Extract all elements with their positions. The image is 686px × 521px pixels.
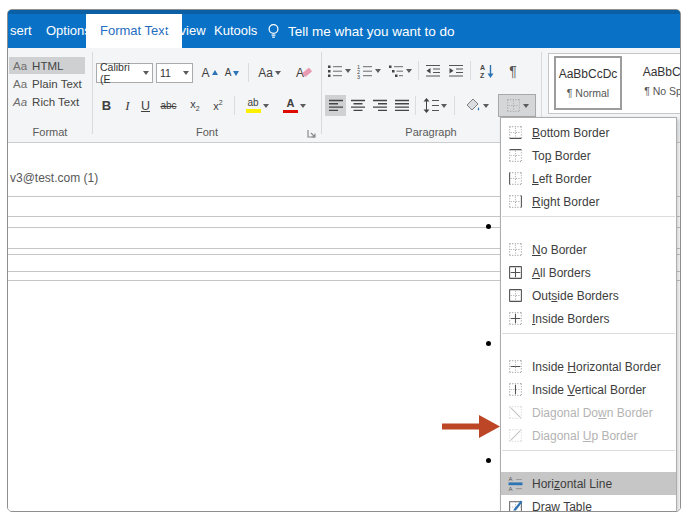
format-html-button[interactable]: Aa HTML [9,57,85,74]
menu-item-inside-vertical-border[interactable]: Inside Vertical Border [501,378,676,401]
tellme-box[interactable]: Tell me what you want to do [266,14,455,48]
style-sample: AaBbCcDc [556,67,620,81]
outlook-window: sert Options Format Text Review Kutools … [7,9,681,512]
tab-kutools[interactable]: Kutools [214,14,257,48]
menu-item-bottom-border[interactable]: Bottom Border [501,121,676,144]
line-spacing-button[interactable] [419,95,450,116]
chevron-down-icon [345,69,351,73]
align-left-button[interactable] [325,95,346,116]
underline-button[interactable]: U [137,95,154,116]
font-size-combo[interactable]: 11 [156,63,193,83]
increase-indent-button[interactable] [445,60,466,82]
group-separator [321,52,322,134]
aa-icon: Aa [13,96,27,108]
borders-button[interactable] [498,94,536,117]
format-html-label: HTML [32,60,63,72]
menu-item-diagonal-down-border[interactable]: Diagonal Down Border [501,401,676,424]
menu-item-diagonal-up-border[interactable]: Diagonal Up Border [501,424,676,447]
menu-item-all-borders[interactable]: All Borders [501,261,676,284]
menu-item-inside-borders[interactable]: Inside Borders [501,307,676,330]
chevron-down-icon [441,104,447,108]
menu-item-horizontal-line[interactable]: A A Horizontal Line [501,472,676,495]
font-dialog-launcher[interactable] [306,128,318,140]
font-name-combo[interactable]: Calibri (E [96,63,153,83]
font-color-icon: A [283,98,298,114]
sort-button[interactable]: A Z [475,60,499,82]
font-group-label: Font [96,126,318,138]
format-rich-text-button[interactable]: Aa Rich Text [9,93,85,110]
menu-item-right-border[interactable]: Right Border [501,190,676,213]
menu-item-draw-table[interactable]: Draw Table [501,495,676,512]
line-spacing-icon [423,98,439,113]
pointer-arrow [441,413,502,440]
shrink-font-button[interactable]: A [222,62,242,83]
tab-review[interactable]: Review [163,14,206,48]
menu-item-outside-borders[interactable]: Outside Borders [501,284,676,307]
svg-text:3: 3 [357,74,360,80]
aa-icon: Aa [13,78,27,90]
horizontal-line-icon: A A [508,476,523,491]
format-rich-label: Rich Text [32,96,79,108]
style-no-spacing[interactable]: AaBbCcl ¶ No Spa [626,56,681,110]
format-group-label: Format [8,126,92,138]
lightbulb-icon [266,23,281,40]
superscript-button[interactable]: x2 [208,95,228,116]
grow-font-letter: A [201,66,209,80]
menu-item-label: Right Border [532,195,599,209]
format-plain-text-button[interactable]: Aa Plain Text [9,75,85,92]
numbering-button[interactable]: 1 2 3 [355,60,383,82]
show-paragraph-marks-button[interactable]: ¶ [504,60,522,82]
down-caret-icon [233,70,239,76]
font-color-button[interactable]: A [279,95,310,116]
tellme-label: Tell me what you want to do [288,24,455,39]
tab-insert-partial[interactable]: sert [10,14,32,48]
align-left-icon [329,99,343,112]
text-highlight-button[interactable]: ab [239,95,275,116]
inside-vertical-border-icon [508,382,523,397]
menu-item-label: Horizontal Line [532,477,612,491]
right-border-icon [508,194,523,209]
ribbon-tab-bar: sert Options Format Text Review Kutools … [8,10,680,48]
align-right-button[interactable] [370,95,390,116]
menu-item-left-border[interactable]: Left Border [501,167,676,190]
justify-button[interactable] [392,95,412,116]
menu-item-label: Top Border [532,149,591,163]
menu-separator [502,450,675,469]
align-right-icon [373,99,387,112]
bullets-button[interactable] [325,60,353,82]
menu-item-label: Inside Borders [532,312,609,326]
multilevel-list-button[interactable] [385,60,415,82]
grow-font-button[interactable]: A [199,62,220,83]
menu-item-label: Diagonal Up Border [532,429,637,443]
change-case-button[interactable]: Aa [254,62,285,83]
align-center-icon [351,99,365,112]
menu-item-label: Draw Table [532,500,592,513]
clear-formatting-icon: A [295,65,312,81]
sort-icon: A Z [479,63,495,79]
borders-menu: Bottom BorderTop BorderLeft BorderRight … [500,117,677,512]
svg-text:A: A [509,486,513,491]
italic-button[interactable]: I [120,95,135,116]
menu-item-top-border[interactable]: Top Border [501,144,676,167]
bold-letter: B [102,98,111,113]
clear-formatting-button[interactable]: A [292,62,314,83]
decrease-indent-button[interactable] [422,60,443,82]
chevron-down-icon [406,69,412,73]
bold-button[interactable]: B [98,95,115,116]
tab-options[interactable]: Options [46,14,91,48]
align-center-button[interactable] [348,95,368,116]
strikethrough-button[interactable]: abc [157,95,180,116]
menu-item-no-border[interactable]: No Border [501,238,676,261]
justify-icon [395,99,409,112]
small-separator [470,61,471,80]
account-line: v3@test.com (1) [10,171,98,185]
shading-button[interactable] [458,95,494,116]
subscript-button[interactable]: x2 [185,95,205,116]
chevron-down-icon [183,71,189,75]
subscript-glyph: x2 [190,98,199,112]
chevron-down-icon [483,104,489,108]
superscript-glyph: x2 [213,99,222,112]
menu-item-inside-horizontal-border[interactable]: Inside Horizontal Border [501,355,676,378]
borders-icon [506,98,521,113]
style-normal[interactable]: AaBbCcDc ¶ Normal [554,56,622,110]
